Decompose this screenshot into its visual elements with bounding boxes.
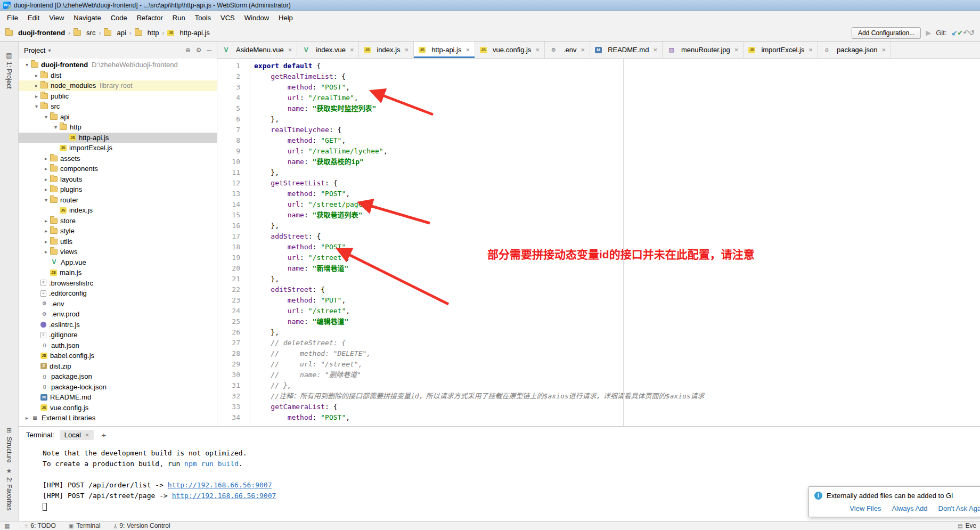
history-icon[interactable]: ↺ [969, 29, 975, 37]
status-item-terminal[interactable]: ▣Terminal [69, 522, 101, 529]
code-editor[interactable]: 1234567891011121314151617181920212223242… [217, 59, 980, 426]
tab-index-js[interactable]: JSindex.js× [359, 42, 414, 58]
tab-http-api-js[interactable]: JShttp-api.js× [414, 42, 475, 58]
tab-index-vue[interactable]: Vindex.vue× [297, 42, 359, 58]
tree-item-dist-zip[interactable]: Zdist.zip [19, 361, 217, 372]
tree-item-package-json[interactable]: {}package.json [19, 371, 217, 382]
tree-item-src[interactable]: ▾src [19, 101, 217, 112]
tree-item-utils[interactable]: ▸utils [19, 237, 217, 247]
code-column[interactable]: export default { getRealTimeList: { meth… [250, 59, 980, 426]
chevron-down-icon[interactable]: ▾ [42, 114, 50, 120]
tree-item-babel-config-js[interactable]: JSbabel.config.js [19, 350, 217, 361]
tree-item-gitignore[interactable]: ≡.gitignore [19, 330, 217, 340]
settings-icon[interactable]: ⚙ [196, 46, 202, 54]
tree-item-layouts[interactable]: ▸layouts [19, 174, 217, 185]
tree-item-dist[interactable]: ▸dist [19, 70, 217, 81]
tab-env[interactable]: ⚙.env× [545, 42, 590, 58]
locate-icon[interactable]: ⊕ [185, 46, 191, 54]
tree-item-editorconfig[interactable]: ≡.editorconfig [19, 288, 217, 299]
chevron-right-icon[interactable]: ▸ [32, 93, 40, 99]
hide-icon[interactable]: ─ [207, 46, 211, 54]
tree-item-api[interactable]: ▾api [19, 112, 217, 123]
tree-item-store[interactable]: ▸store [19, 216, 217, 226]
close-tab-icon[interactable]: × [882, 46, 886, 54]
close-tab-icon[interactable]: × [653, 46, 657, 54]
chevron-right-icon[interactable]: ▸ [42, 186, 50, 192]
add-configuration-button[interactable]: Add Configuration... [852, 27, 921, 39]
menu-file[interactable]: File [2, 12, 23, 23]
menu-run[interactable]: Run [168, 12, 190, 23]
tab-vue-config-js[interactable]: JSvue.config.js× [475, 42, 545, 58]
project-panel-title[interactable]: Project [24, 46, 45, 54]
chevron-right-icon[interactable]: ▸ [23, 415, 31, 421]
tree-item-env-prod[interactable]: ⚙.env.prod [19, 309, 217, 320]
chevron-right-icon[interactable]: ▸ [42, 228, 50, 234]
breadcrumb-item-http[interactable]: http [135, 29, 159, 37]
tree-item-node-modules[interactable]: ▸node_moduleslibrary root [19, 80, 217, 91]
tab-readme-md[interactable]: MREADME.md× [590, 42, 663, 58]
status-item-9-version-control[interactable]: Y9: Version Control [113, 522, 170, 529]
tab-menurouter-jpg[interactable]: ▨menuRouter.jpg× [663, 42, 744, 58]
tool-button-1-project[interactable]: ▤1: Project [5, 52, 13, 89]
terminal-tab-local[interactable]: Local × [60, 430, 94, 440]
tree-item-plugins[interactable]: ▸plugins [19, 184, 217, 195]
tree-item-public[interactable]: ▸public [19, 91, 217, 102]
close-tab-icon[interactable]: × [808, 46, 813, 54]
tab-asidemenu-vue[interactable]: VAsideMenu.vue× [217, 42, 297, 58]
status-right[interactable]: ▤Event Log [958, 522, 976, 529]
menu-navigate[interactable]: Navigate [69, 12, 105, 23]
tree-item-components[interactable]: ▸components [19, 164, 217, 174]
tree-item-views[interactable]: ▸views [19, 247, 217, 257]
commit-icon[interactable]: ✔ [957, 29, 963, 37]
chevron-down-icon[interactable]: ▾ [42, 197, 50, 203]
tree-item-importexcel-js[interactable]: JSimportExcel.js [19, 143, 217, 153]
breadcrumb-item-src[interactable]: src [74, 29, 95, 37]
close-tab-icon[interactable]: × [581, 46, 585, 54]
menu-refactor[interactable]: Refactor [132, 12, 168, 23]
menu-view[interactable]: View [44, 12, 69, 23]
close-tab-icon[interactable]: × [466, 46, 470, 54]
play-icon[interactable]: ▶ [926, 29, 931, 37]
tree-item-main-js[interactable]: JSmain.js [19, 267, 217, 278]
notification-link-view-files[interactable]: View Files [850, 504, 881, 512]
close-icon[interactable]: × [85, 431, 89, 439]
breadcrumb-item-http-api-js[interactable]: JShttp-api.js [167, 29, 209, 37]
tree-item-browserslistrc[interactable]: ≡.browserslistrc [19, 278, 217, 289]
chevron-right-icon[interactable]: ▸ [32, 72, 40, 78]
tree-item-env[interactable]: ⚙.env [19, 299, 217, 309]
tree-item-app-vue[interactable]: VApp.vue [19, 257, 217, 268]
tree-item-index-js[interactable]: JSindex.js [19, 205, 217, 216]
menu-help[interactable]: Help [274, 12, 298, 23]
tree-item-style[interactable]: ▸style [19, 226, 217, 237]
notification-link-don-t-ask-agai[interactable]: Don't Ask Agai [938, 504, 980, 512]
tree-item-auth-json[interactable]: {}auth.json [19, 340, 217, 351]
chevron-down-icon[interactable]: ▾ [23, 62, 31, 68]
terminal-link[interactable]: http://192.168.66.56:9007 [168, 481, 272, 489]
tree-item-router[interactable]: ▾router [19, 195, 217, 206]
tree-item-http-api-js[interactable]: JShttp-api.js [19, 133, 217, 143]
revert-icon[interactable]: ↶ [963, 29, 969, 37]
menu-tools[interactable]: Tools [190, 12, 216, 23]
chevron-right-icon[interactable]: ▸ [42, 218, 50, 224]
update-icon[interactable]: ↙ [951, 29, 957, 37]
tool-button-2-favorites[interactable]: ★2: Favorites [5, 467, 13, 511]
chevron-down-icon[interactable]: ▾ [52, 124, 60, 130]
new-terminal-button[interactable]: + [99, 430, 108, 439]
breadcrumb-item-api[interactable]: api [104, 29, 126, 37]
chevron-right-icon[interactable]: ▸ [42, 239, 50, 244]
tab-package-json[interactable]: {}package.json× [818, 42, 891, 58]
menu-vcs[interactable]: VCS [216, 12, 240, 23]
tree-item-external-libraries[interactable]: ▸≣External Libraries [19, 413, 217, 423]
chevron-down-icon[interactable]: ▾ [48, 47, 51, 53]
chevron-right-icon[interactable]: ▸ [42, 249, 50, 255]
tool-button-structure[interactable]: ⊞Structure [5, 427, 13, 463]
terminal-link[interactable]: http://192.168.66.56:9007 [172, 492, 276, 500]
tree-item-http[interactable]: ▾http [19, 122, 217, 133]
tree-item-duoji-frontend[interactable]: ▾duoji-frontendD:\zheheWeb\duoji-fronten… [19, 60, 217, 70]
menu-edit[interactable]: Edit [23, 12, 44, 23]
tree-item-vue-config-js[interactable]: JSvue.config.js [19, 403, 217, 413]
chevron-right-icon[interactable]: ▸ [32, 83, 40, 88]
close-tab-icon[interactable]: × [535, 46, 540, 54]
close-tab-icon[interactable]: × [405, 46, 409, 54]
menu-code[interactable]: Code [106, 12, 132, 23]
